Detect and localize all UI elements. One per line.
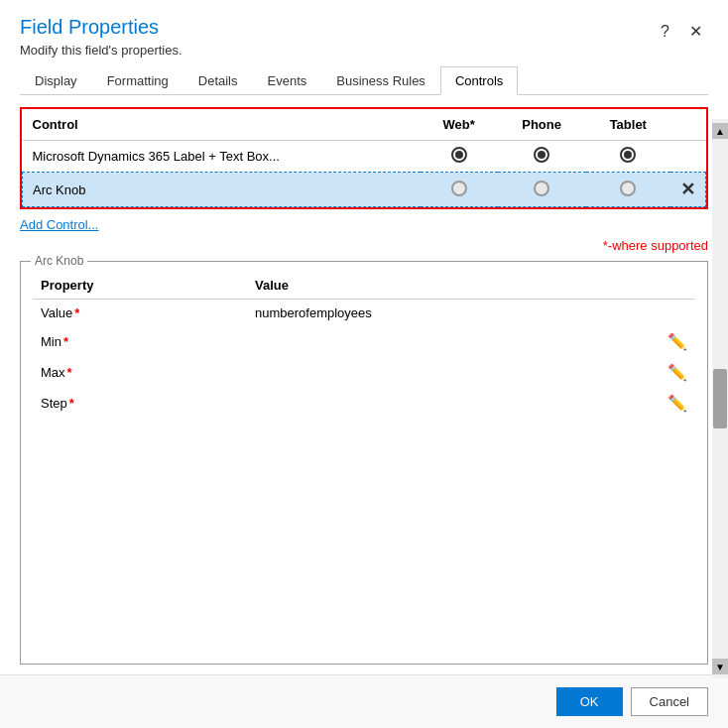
dialog-body: Display Formatting Details Events Busine… [0,65,728,674]
edit-icon-min[interactable]: ✏️ [667,333,687,350]
property-col-header: Property [33,274,247,300]
arc-knob-legend: Arc Knob [31,254,87,268]
required-star: * [67,365,72,380]
phone-radio-arc[interactable] [498,173,586,207]
scrollbar[interactable]: ▲ ▼ [712,119,728,678]
property-label-max: Max* [33,357,247,388]
col-tablet: Tablet [586,109,670,141]
where-supported-text: *-where supported [20,238,708,253]
tab-business-rules[interactable]: Business Rules [321,66,440,95]
property-row: Step* ✏️ [33,388,695,419]
radio-tablet-filled[interactable] [620,147,636,163]
table-row: Arc Knob ✕ [23,173,706,207]
radio-web-filled[interactable] [451,147,467,163]
property-row: Value* numberofemployees [33,300,695,327]
tab-display[interactable]: Display [20,66,92,95]
col-phone: Phone [498,109,586,141]
ok-button[interactable]: OK [556,687,623,716]
radio-phone-filled[interactable] [534,147,549,163]
tab-formatting[interactable]: Formatting [92,66,183,95]
property-value-min [247,326,660,357]
delete-cell[interactable]: ✕ [670,173,706,207]
col-web: Web* [421,109,498,141]
required-star: * [69,396,74,411]
property-value-step [247,388,660,419]
add-control-link[interactable]: Add Control... [20,217,708,232]
cancel-button[interactable]: Cancel [631,687,708,716]
phone-radio[interactable] [498,141,586,173]
property-label-step: Step* [33,388,247,419]
edit-cell-step[interactable]: ✏️ [660,388,695,419]
control-name: Microsoft Dynamics 365 Label + Text Box.… [23,141,421,173]
field-properties-dialog: Field Properties Modify this field's pro… [0,0,728,728]
radio-web-empty[interactable] [451,181,467,196]
tab-controls[interactable]: Controls [440,66,518,95]
edit-cell-min[interactable]: ✏️ [660,326,695,357]
value-col-header: Value [247,274,660,300]
required-star: * [63,334,68,349]
edit-icon-max[interactable]: ✏️ [667,364,687,381]
col-control: Control [23,109,421,141]
tab-events[interactable]: Events [253,66,322,95]
controls-section: Control Web* Phone Tablet Microsoft Dyna… [20,107,708,209]
property-row: Max* ✏️ [33,357,695,388]
scroll-up-btn[interactable]: ▲ [712,123,728,139]
dialog-header: Field Properties Modify this field's pro… [0,0,728,65]
dialog-title: Field Properties [20,16,182,39]
scroll-thumb[interactable] [713,369,727,428]
scroll-down-btn[interactable]: ▼ [712,659,728,674]
close-button[interactable]: ✕ [683,20,708,43]
property-table: Property Value Value* numberofemployees [33,274,695,419]
property-value-value: numberofemployees [247,300,660,327]
web-radio[interactable] [421,141,498,173]
edit-icon-step[interactable]: ✏️ [667,395,687,412]
edit-cell-value [660,300,695,327]
edit-cell-max[interactable]: ✏️ [660,357,695,388]
controls-table: Control Web* Phone Tablet Microsoft Dyna… [22,109,706,207]
dialog-footer: OK Cancel [0,674,728,728]
help-button[interactable]: ? [655,21,675,43]
dialog-subtitle: Modify this field's properties. [20,43,182,58]
arc-knob-section: Arc Knob Property Value Value* nu [20,261,708,665]
property-row: Min* ✏️ [33,326,695,357]
web-radio-arc[interactable] [421,173,498,207]
tabs-bar: Display Formatting Details Events Busine… [20,65,708,95]
delete-icon[interactable]: ✕ [680,180,695,199]
radio-phone-empty[interactable] [534,181,549,196]
control-name-arc: Arc Knob [23,173,421,207]
tablet-radio-arc[interactable] [586,173,670,207]
tablet-radio[interactable] [586,141,670,173]
required-star: * [74,305,79,320]
header-left: Field Properties Modify this field's pro… [20,16,182,58]
radio-tablet-empty[interactable] [620,181,636,196]
tab-details[interactable]: Details [183,66,253,95]
header-buttons: ? ✕ [655,20,708,43]
property-label-min: Min* [33,326,247,357]
table-row: Microsoft Dynamics 365 Label + Text Box.… [23,141,706,173]
property-label-value: Value* [33,300,247,327]
property-value-max [247,357,660,388]
